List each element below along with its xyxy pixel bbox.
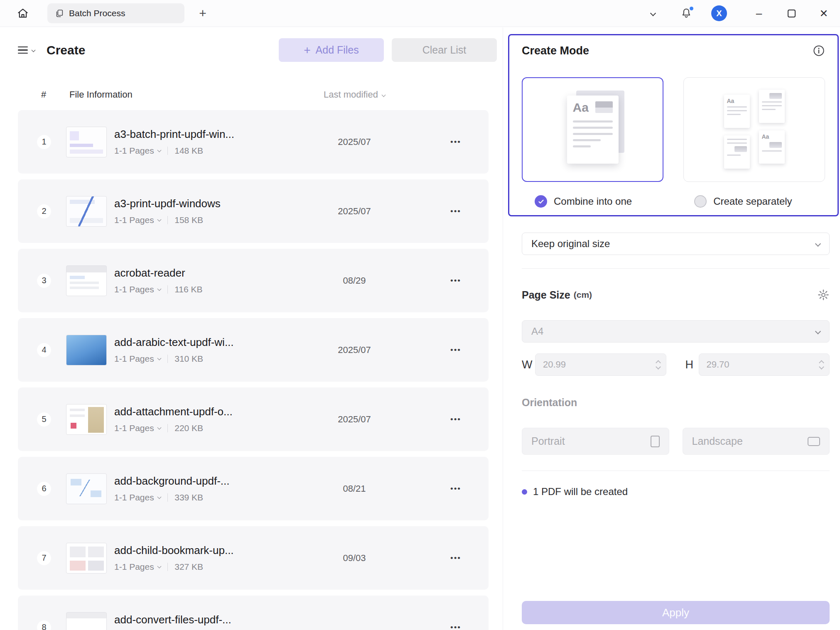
batch-process-window: Batch Process + X – ✕ xyxy=(0,0,840,630)
more-options-button[interactable]: ••• xyxy=(443,554,468,563)
page-size-settings-button[interactable] xyxy=(817,289,830,301)
maximize-button[interactable] xyxy=(784,4,799,23)
pages-dropdown[interactable]: 1-1 Pages xyxy=(114,215,161,225)
plus-icon: + xyxy=(304,44,310,56)
height-input[interactable]: 29.70 xyxy=(699,353,830,376)
clear-list-button[interactable]: Clear List xyxy=(392,38,497,62)
file-name: add-background-updf-... xyxy=(114,475,313,488)
file-row[interactable]: 6 add-background-updf-... 1-1 Pages 339 … xyxy=(18,457,489,520)
create-separately-option[interactable]: Create separately xyxy=(694,195,792,208)
file-info: add-background-updf-... 1-1 Pages 339 KB xyxy=(114,475,313,503)
row-number: 5 xyxy=(37,412,51,427)
add-files-button[interactable]: + Add Files xyxy=(279,38,384,62)
create-mode-section: Create Mode Aa xyxy=(508,34,839,216)
home-button[interactable] xyxy=(13,4,32,23)
page-size-label: Page Size xyxy=(522,289,570,301)
row-number: 8 xyxy=(37,620,51,630)
pages-dropdown-label: 1-1 Pages xyxy=(114,284,154,294)
window-menu-button[interactable] xyxy=(646,11,661,15)
more-options-button[interactable]: ••• xyxy=(443,137,468,147)
hamburger-icon xyxy=(18,47,28,54)
meta-divider xyxy=(167,147,168,155)
width-input[interactable]: 20.99 xyxy=(535,353,666,376)
file-name: add-arabic-text-updf-wi... xyxy=(114,336,313,349)
file-info: acrobat-reader 1-1 Pages 116 KB xyxy=(114,267,313,294)
meta-divider xyxy=(167,493,168,502)
more-options-button[interactable]: ••• xyxy=(443,623,468,630)
portrait-button[interactable]: Portrait xyxy=(522,428,669,455)
more-options-button[interactable]: ••• xyxy=(443,276,468,285)
width-stepper[interactable] xyxy=(656,361,660,369)
landscape-button[interactable]: Landscape xyxy=(683,428,830,455)
file-row[interactable]: 5 add-attachment-updf-o... 1-1 Pages 220… xyxy=(18,387,489,451)
pages-dropdown[interactable]: 1-1 Pages xyxy=(114,146,161,156)
more-options-button[interactable]: ••• xyxy=(443,484,468,493)
pages-dropdown[interactable]: 1-1 Pages xyxy=(114,354,161,364)
page-size-preset-value: A4 xyxy=(531,326,543,337)
titlebar: Batch Process + X – ✕ xyxy=(0,0,840,27)
minimize-button[interactable]: – xyxy=(751,4,767,23)
height-stepper[interactable] xyxy=(820,361,823,369)
more-options-button[interactable]: ••• xyxy=(443,346,468,355)
pages-dropdown[interactable]: 1-1 Pages xyxy=(114,423,161,433)
file-thumbnail xyxy=(66,404,107,435)
file-name: add-attachment-updf-o... xyxy=(114,405,313,418)
apply-button[interactable]: Apply xyxy=(522,601,830,624)
file-row[interactable]: 8 add-convert-files-updf-... 1-1 Pages •… xyxy=(18,596,489,630)
file-thumbnail xyxy=(66,335,107,365)
pages-dropdown-label: 1-1 Pages xyxy=(114,493,154,503)
column-file-information: File Information xyxy=(69,89,313,100)
page-size-preset-select[interactable]: A4 xyxy=(522,320,830,343)
tab-batch-process[interactable]: Batch Process xyxy=(47,3,184,23)
size-mode-value: Keep original size xyxy=(531,238,610,250)
file-thumbnail xyxy=(66,612,107,630)
file-size: 116 KB xyxy=(174,284,202,294)
more-options-button[interactable]: ••• xyxy=(443,415,468,424)
portrait-page-icon xyxy=(651,436,660,447)
pages-dropdown-label: 1-1 Pages xyxy=(114,354,154,364)
file-info: a3-print-updf-windows 1-1 Pages 158 KB xyxy=(114,197,313,225)
file-row[interactable]: 7 add-child-bookmark-up... 1-1 Pages 327… xyxy=(18,526,489,590)
meta-divider xyxy=(167,285,168,294)
pages-dropdown[interactable]: 1-1 Pages xyxy=(114,493,161,503)
combine-mode-card[interactable]: Aa xyxy=(522,77,663,182)
file-info: add-arabic-text-updf-wi... 1-1 Pages 310… xyxy=(114,336,313,364)
file-thumbnail xyxy=(66,127,107,157)
row-number: 2 xyxy=(37,204,51,218)
radio-checked-icon xyxy=(535,195,547,208)
create-mode-title: Create Mode xyxy=(522,44,589,57)
aa-glyph: Aa xyxy=(727,98,747,104)
separate-mode-card[interactable]: Aa Aa xyxy=(683,77,825,182)
combine-into-one-option[interactable]: Combine into one xyxy=(535,195,632,208)
avatar[interactable]: X xyxy=(711,5,727,21)
row-number: 1 xyxy=(37,135,51,149)
radio-unchecked-icon xyxy=(694,195,707,208)
new-tab-button[interactable]: + xyxy=(195,6,210,20)
file-row[interactable]: 4 add-arabic-text-updf-wi... 1-1 Pages 3… xyxy=(18,318,489,382)
file-row[interactable]: 3 acrobat-reader 1-1 Pages 116 KB 08/29 … xyxy=(18,249,489,312)
file-row[interactable]: 1 a3-batch-print-updf-win... 1-1 Pages 1… xyxy=(18,110,489,174)
pages-dropdown[interactable]: 1-1 Pages xyxy=(114,284,161,294)
chevron-down-icon xyxy=(157,564,161,568)
file-name: acrobat-reader xyxy=(114,267,313,279)
width-value: 20.99 xyxy=(543,359,656,370)
file-name: add-convert-files-updf-... xyxy=(114,613,313,626)
size-mode-select[interactable]: Keep original size xyxy=(522,233,830,255)
sort-last-modified[interactable]: Last modified xyxy=(313,89,396,100)
chevron-down-icon xyxy=(157,287,161,291)
row-number: 4 xyxy=(37,343,51,357)
file-size: 339 KB xyxy=(174,493,203,503)
more-options-button[interactable]: ••• xyxy=(443,207,468,216)
pages-dropdown-label: 1-1 Pages xyxy=(114,562,154,572)
file-thumbnail xyxy=(66,543,107,574)
divider xyxy=(522,471,830,471)
settings-panel: Create Mode Aa xyxy=(503,27,840,630)
pages-dropdown-label: 1-1 Pages xyxy=(114,215,154,225)
notifications-button[interactable] xyxy=(679,7,694,19)
pages-dropdown[interactable]: 1-1 Pages xyxy=(114,562,161,572)
close-button[interactable]: ✕ xyxy=(816,4,832,23)
list-menu-button[interactable] xyxy=(18,47,35,54)
file-date: 2025/07 xyxy=(313,137,396,147)
file-row[interactable]: 2 a3-print-updf-windows 1-1 Pages 158 KB… xyxy=(18,179,489,243)
info-button[interactable] xyxy=(813,44,825,57)
